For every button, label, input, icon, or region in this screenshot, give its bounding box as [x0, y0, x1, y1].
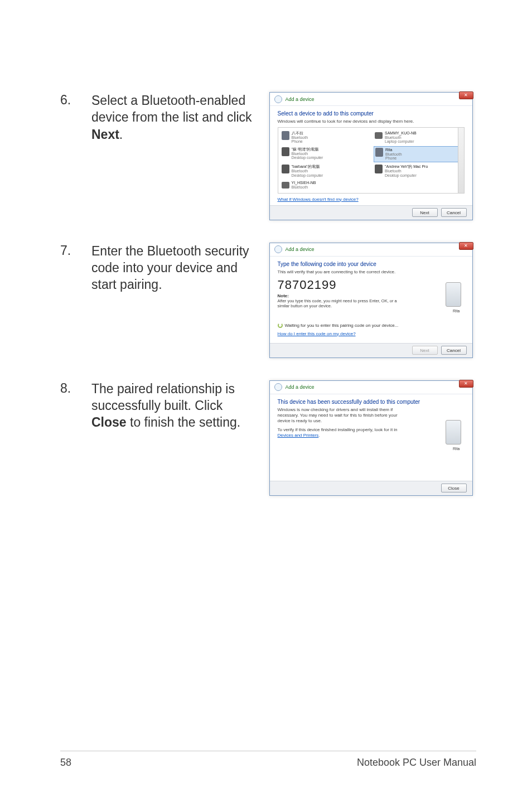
dialog-subtext: To verify if this device finished instal… — [278, 427, 406, 438]
back-icon[interactable] — [274, 95, 282, 103]
device-thumbnail-label: Rita — [453, 447, 460, 451]
device-list: 八不拉BluetoothPhone SAMMY_KUO-NBBluetoothL… — [278, 127, 465, 194]
help-link[interactable]: How do I enter this code on my device? — [278, 331, 356, 336]
step-text: Enter the Bluetooth security code into y… — [91, 243, 253, 293]
device-thumbnail-label: Rita — [453, 309, 460, 313]
phone-icon — [282, 131, 289, 140]
step-number: 6. — [60, 92, 79, 109]
next-button: Next — [412, 346, 438, 355]
device-name: "Andrew Yeh"的 Mac Pro — [385, 165, 428, 169]
waiting-status: Waiting for you to enter this pairing co… — [278, 323, 465, 328]
t: to finish the setting. — [127, 415, 241, 429]
device-name: "barbara"的電腦 — [292, 165, 323, 169]
step-number: 7. — [60, 243, 79, 259]
device-item-selected[interactable]: RitaBluetoothPhone — [374, 146, 462, 162]
dialog-subtext: This will verify that you are connecting… — [278, 269, 465, 274]
add-device-dialog-select: ✕ Add a device Select a device to add to… — [269, 92, 473, 220]
close-icon[interactable]: ✕ — [459, 380, 473, 388]
device-name: 八不拉 — [292, 131, 308, 136]
pairing-code: 78702199 — [278, 278, 465, 292]
manual-title: Notebook PC User Manual — [357, 757, 476, 769]
dialog-title: Add a device — [286, 384, 315, 390]
t: . — [119, 127, 123, 142]
device-item[interactable]: "蘇 明清"的電腦BluetoothDesktop computer — [280, 146, 369, 162]
desktop-icon — [282, 165, 289, 173]
t: To verify if this device finished instal… — [278, 427, 398, 432]
phone-icon — [375, 148, 383, 157]
device-item[interactable]: YI_HSIEH-NBBluetooth — [280, 180, 369, 190]
waiting-text: Waiting for you to enter this pairing co… — [285, 323, 399, 328]
laptop-icon — [375, 132, 383, 139]
device-thumbnail — [446, 420, 461, 445]
note-heading: Note: — [278, 293, 465, 298]
dialog-title: Add a device — [286, 96, 315, 102]
t-bold: Next — [91, 127, 119, 142]
close-icon[interactable]: ✕ — [459, 91, 473, 99]
desktop-icon — [282, 147, 289, 156]
cancel-button[interactable]: Cancel — [441, 346, 467, 355]
t: Select a Bluetooth-enabled device from t… — [91, 93, 252, 124]
page-number: 58 — [60, 757, 71, 769]
dialog-heading: This device has been successfully added … — [278, 399, 465, 405]
back-icon[interactable] — [274, 245, 282, 253]
device-name: Rita — [385, 148, 402, 152]
t: . — [318, 433, 320, 438]
add-device-dialog-paircode: ✕ Add a device Type the following code i… — [269, 243, 473, 358]
device-name: YI_HSIEH-NB — [292, 181, 316, 185]
dialog-title: Add a device — [286, 247, 315, 252]
help-link[interactable]: What if Windows doesn't find my device? — [278, 197, 359, 202]
t-bold: Close — [91, 415, 127, 429]
device-name: SAMMY_KUO-NB — [385, 131, 417, 136]
step-number: 8. — [60, 380, 79, 397]
dialog-heading: Type the following code into your device — [278, 261, 465, 267]
dialog-heading: Select a device to add to this computer — [278, 110, 465, 117]
device-item[interactable]: 八不拉BluetoothPhone — [280, 130, 369, 145]
device-name: "蘇 明清"的電腦 — [292, 147, 323, 152]
add-device-dialog-success: ✕ Add a device This device has been succ… — [269, 380, 473, 496]
device-item[interactable]: SAMMY_KUO-NBBluetoothLaptop computer — [374, 130, 462, 145]
device-item[interactable]: "barbara"的電腦BluetoothDesktop computer — [280, 163, 369, 178]
step-text: The paired relationship is successfully … — [91, 380, 253, 431]
desktop-icon — [375, 165, 383, 173]
devices-printers-link[interactable]: Devices and Printers — [278, 433, 319, 438]
spinner-icon — [278, 323, 283, 328]
step-text: Select a Bluetooth-enabled device from t… — [91, 92, 253, 143]
close-button[interactable]: Close — [441, 484, 467, 492]
dialog-subtext: Windows will continue to look for new de… — [278, 119, 465, 124]
cancel-button[interactable]: Cancel — [441, 208, 467, 217]
close-icon[interactable]: ✕ — [459, 242, 473, 250]
dialog-subtext: Windows is now checking for drivers and … — [278, 407, 406, 424]
note-text: After you type this code, you might need… — [278, 298, 400, 308]
next-button[interactable]: Next — [412, 208, 438, 217]
t: The paired relationship is successfully … — [91, 381, 235, 413]
laptop-icon — [282, 182, 289, 189]
device-item[interactable]: "Andrew Yeh"的 Mac ProBluetoothDesktop co… — [374, 163, 462, 178]
back-icon[interactable] — [274, 383, 282, 391]
device-thumbnail — [446, 282, 461, 307]
